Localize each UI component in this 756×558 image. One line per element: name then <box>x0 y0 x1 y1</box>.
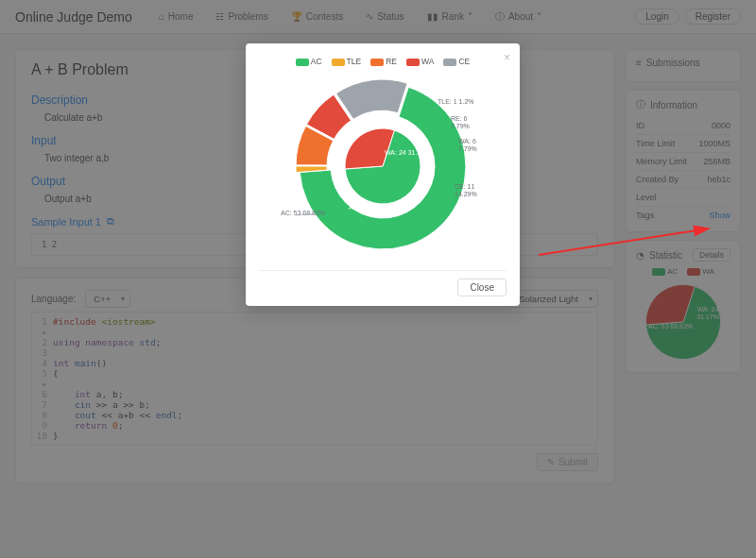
lbl-wa-inner: WA: 24 31.17% <box>385 149 430 157</box>
legend-item[interactable]: WA <box>406 57 434 66</box>
lbl-ac-inner: AC: 53 68.83% <box>349 204 393 211</box>
legend-item[interactable]: TLE <box>332 57 362 66</box>
lbl-tle: TLE: 1 1.2% <box>438 98 474 106</box>
donut-chart: TLE: 1 1.2% RE: 6 7.79% WA: 6 7.79% CE: … <box>288 72 477 261</box>
lbl-ac-outer: AC: 53 68.83% <box>281 210 325 217</box>
legend-item[interactable]: CE <box>443 57 470 66</box>
close-button[interactable]: Close <box>457 279 507 296</box>
lbl-re: RE: 6 7.79% <box>451 115 477 129</box>
lbl-ce: CE: 11 14.29% <box>455 183 477 197</box>
close-icon[interactable]: × <box>504 51 510 64</box>
legend-item[interactable]: AC <box>296 57 322 66</box>
legend-item[interactable]: RE <box>370 57 397 66</box>
stat-modal: × ACTLEREWACE TLE: 1 1.2% RE: 6 7.79% WA… <box>246 43 520 306</box>
lbl-wa-outer: WA: 6 7.79% <box>458 138 477 152</box>
